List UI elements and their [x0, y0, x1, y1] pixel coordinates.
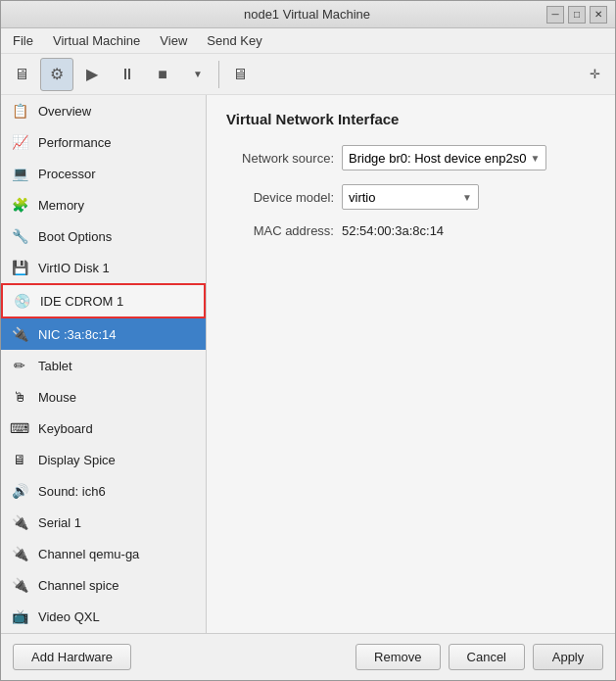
main-window: node1 Virtual Machine ─ □ ✕ File Virtual…: [0, 0, 616, 681]
mac-address-label: MAC address:: [226, 223, 334, 238]
network-source-select[interactable]: Bridge br0: Host device enp2s0 ▼: [342, 145, 546, 170]
tablet-icon: ✏: [9, 355, 30, 376]
virtio-disk-label: VirtIO Disk 1: [38, 261, 110, 275]
sidebar-item-performance[interactable]: 📈 Performance: [1, 126, 206, 158]
content-area: 📋 Overview 📈 Performance 💻 Processor 🧩 M…: [1, 95, 615, 633]
processor-icon: 💻: [9, 163, 30, 184]
device-model-row: Device model: virtio ▼: [226, 184, 595, 210]
tablet-label: Tablet: [38, 359, 72, 373]
close-button[interactable]: ✕: [590, 6, 607, 24]
console-toolbar-btn[interactable]: 🖥: [223, 58, 257, 91]
menu-view[interactable]: View: [152, 30, 195, 51]
display-spice-label: Display Spice: [38, 453, 116, 467]
sidebar: 📋 Overview 📈 Performance 💻 Processor 🧩 M…: [1, 95, 207, 633]
sidebar-item-virtio-disk1[interactable]: 💾 VirtIO Disk 1: [1, 252, 206, 283]
network-source-arrow: ▼: [530, 153, 540, 164]
channel-spice-icon: 🔌: [9, 574, 30, 596]
channel-qemu-ga-icon: 🔌: [9, 543, 30, 564]
menu-file[interactable]: File: [5, 30, 41, 51]
device-model-select[interactable]: virtio ▼: [342, 184, 479, 210]
overview-label: Overview: [38, 104, 91, 119]
channel-qemu-ga-label: Channel qemu-ga: [38, 547, 139, 561]
mac-address-row: MAC address: 52:54:00:3a:8c:14: [226, 223, 595, 238]
video-qxl-icon: 📺: [9, 606, 30, 627]
fullscreen-toolbar-btn[interactable]: ✛: [578, 58, 611, 91]
menu-send-key[interactable]: Send Key: [199, 30, 269, 51]
device-model-label: Device model:: [226, 190, 334, 205]
toolbar: 🖥 ⚙ ▶ ⏸ ■ ▼ 🖥 ✛: [1, 54, 615, 95]
ide-cdrom-label: IDE CDROM 1: [40, 294, 123, 309]
sidebar-item-serial1[interactable]: 🔌 Serial 1: [1, 507, 206, 538]
sidebar-item-video-qxl[interactable]: 📺 Video QXL: [1, 601, 206, 632]
network-source-value: Bridge br0: Host device enp2s0: [349, 151, 526, 166]
keyboard-label: Keyboard: [38, 421, 93, 436]
power-dropdown-btn[interactable]: ▼: [181, 58, 214, 91]
pause-toolbar-btn[interactable]: ⏸: [111, 58, 144, 91]
sidebar-item-mouse[interactable]: 🖱 Mouse: [1, 381, 206, 413]
performance-label: Performance: [38, 135, 111, 150]
sidebar-item-display-spice[interactable]: 🖥 Display Spice: [1, 444, 206, 475]
footer: Add Hardware Remove Cancel Apply: [1, 633, 615, 680]
mouse-icon: 🖱: [9, 386, 30, 408]
window-title: node1 Virtual Machine: [68, 7, 546, 22]
mouse-label: Mouse: [38, 390, 76, 405]
toolbar-separator: [218, 61, 219, 88]
overview-icon: 📋: [9, 100, 30, 122]
performance-icon: 📈: [9, 131, 30, 153]
channel-spice-label: Channel spice: [38, 578, 118, 593]
sound-icon: 🔊: [9, 480, 30, 502]
sidebar-item-tablet[interactable]: ✏ Tablet: [1, 350, 206, 381]
serial1-label: Serial 1: [38, 515, 81, 530]
network-source-label: Network source:: [226, 151, 334, 166]
add-hardware-button[interactable]: Add Hardware: [13, 644, 131, 670]
settings-toolbar-btn[interactable]: ⚙: [40, 58, 73, 91]
nic-label: NIC :3a:8c:14: [38, 327, 117, 342]
main-panel: Virtual Network Interface Network source…: [207, 95, 615, 633]
monitor-toolbar-btn[interactable]: 🖥: [5, 58, 38, 91]
footer-right: Remove Cancel Apply: [355, 644, 603, 670]
video-qxl-label: Video QXL: [38, 609, 100, 624]
sidebar-item-nic[interactable]: 🔌 NIC :3a:8c:14: [1, 318, 206, 350]
panel-title: Virtual Network Interface: [226, 111, 595, 127]
network-source-row: Network source: Bridge br0: Host device …: [226, 145, 595, 170]
sidebar-item-channel-qemu-ga[interactable]: 🔌 Channel qemu-ga: [1, 538, 206, 569]
sidebar-item-sound[interactable]: 🔊 Sound: ich6: [1, 475, 206, 507]
menu-virtual-machine[interactable]: Virtual Machine: [45, 30, 148, 51]
nic-icon: 🔌: [9, 323, 30, 345]
mac-address-value: 52:54:00:3a:8c:14: [342, 223, 444, 238]
sidebar-item-ide-cdrom1[interactable]: 💿 IDE CDROM 1: [1, 283, 206, 318]
sound-label: Sound: ich6: [38, 484, 106, 499]
display-spice-icon: 🖥: [9, 449, 30, 470]
sidebar-item-overview[interactable]: 📋 Overview: [1, 95, 206, 126]
sidebar-item-keyboard[interactable]: ⌨ Keyboard: [1, 413, 206, 444]
menu-bar: File Virtual Machine View Send Key: [1, 28, 615, 54]
apply-button[interactable]: Apply: [533, 644, 603, 670]
sidebar-item-boot-options[interactable]: 🔧 Boot Options: [1, 220, 206, 252]
stop-toolbar-btn[interactable]: ■: [146, 58, 179, 91]
cancel-button[interactable]: Cancel: [449, 644, 525, 670]
virtio-disk-icon: 💾: [9, 257, 30, 278]
footer-left: Add Hardware: [13, 644, 131, 670]
maximize-button[interactable]: □: [568, 6, 586, 24]
sidebar-item-processor[interactable]: 💻 Processor: [1, 158, 206, 189]
device-model-arrow: ▼: [462, 192, 472, 203]
sidebar-item-channel-spice[interactable]: 🔌 Channel spice: [1, 569, 206, 601]
memory-icon: 🧩: [9, 194, 30, 216]
remove-button[interactable]: Remove: [355, 644, 440, 670]
play-toolbar-btn[interactable]: ▶: [75, 58, 109, 91]
boot-options-label: Boot Options: [38, 229, 112, 244]
boot-options-icon: 🔧: [9, 225, 30, 247]
window-controls: ─ □ ✕: [546, 6, 607, 24]
serial1-icon: 🔌: [9, 511, 30, 533]
memory-label: Memory: [38, 198, 84, 213]
title-bar: node1 Virtual Machine ─ □ ✕: [1, 1, 615, 28]
keyboard-icon: ⌨: [9, 417, 30, 439]
ide-cdrom-icon: 💿: [11, 290, 32, 312]
minimize-button[interactable]: ─: [546, 6, 564, 24]
device-model-value: virtio: [349, 190, 458, 205]
sidebar-item-memory[interactable]: 🧩 Memory: [1, 189, 206, 220]
processor-label: Processor: [38, 167, 96, 181]
